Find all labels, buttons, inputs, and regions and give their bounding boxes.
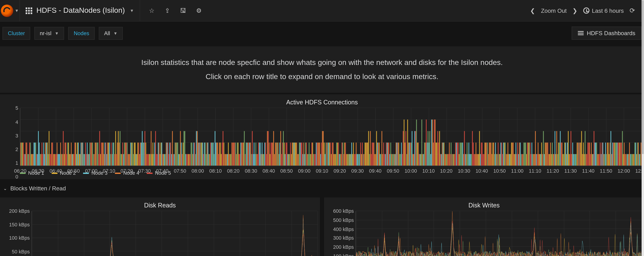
svg-rect-635: [584, 154, 585, 166]
svg-rect-51: [66, 143, 66, 166]
svg-rect-673: [618, 143, 618, 166]
svg-rect-598: [551, 154, 552, 166]
svg-rect-565: [522, 154, 522, 166]
svg-rect-558: [516, 143, 516, 166]
svg-rect-657: [604, 154, 604, 166]
svg-rect-446: [416, 120, 417, 166]
save-icon[interactable]: 🖫: [180, 7, 186, 14]
svg-rect-454: [423, 154, 424, 166]
svg-rect-75: [87, 143, 88, 166]
svg-rect-84: [95, 143, 96, 166]
svg-rect-569: [525, 143, 526, 166]
zoom-out-button[interactable]: Zoom Out: [541, 7, 567, 14]
svg-rect-207: [204, 143, 205, 166]
svg-rect-389: [366, 143, 366, 166]
svg-rect-135: [140, 143, 141, 166]
chart-disk-reads[interactable]: 06:3007:0007:3008:0008:3009:0009:3010:00…: [2, 211, 317, 256]
svg-rect-298: [285, 154, 286, 166]
chart-active-connections[interactable]: 06:2006:3006:4006:5007:0007:1007:2007:30…: [2, 108, 642, 177]
svg-rect-384: [361, 154, 362, 166]
svg-rect-577: [532, 154, 533, 166]
dashboard-picker[interactable]: HDFS - DataNodes (Isilon) ▼: [20, 0, 140, 21]
svg-rect-695: [637, 143, 638, 166]
svg-rect-617: [568, 131, 569, 166]
svg-rect-244: [237, 143, 238, 166]
refresh-button[interactable]: ⟳: [630, 7, 635, 15]
svg-rect-571: [527, 143, 528, 166]
svg-rect-251: [243, 143, 244, 166]
svg-rect-413: [387, 143, 388, 166]
svg-rect-65: [78, 143, 79, 166]
share-icon[interactable]: ⇪: [164, 7, 171, 14]
svg-rect-507: [470, 154, 471, 166]
svg-rect-618: [569, 154, 570, 166]
svg-rect-506: [470, 154, 470, 166]
svg-rect-610: [562, 143, 562, 166]
svg-rect-25: [42, 154, 43, 166]
svg-rect-529: [490, 143, 490, 166]
gear-icon[interactable]: ⚙: [196, 7, 202, 14]
svg-rect-676: [620, 143, 621, 166]
svg-rect-411: [385, 154, 386, 166]
svg-rect-465: [433, 143, 434, 166]
var-nodes-label[interactable]: Nodes: [68, 27, 94, 39]
svg-rect-583: [538, 143, 538, 166]
svg-rect-139: [144, 143, 144, 166]
svg-rect-526: [487, 143, 488, 166]
svg-rect-151: [154, 143, 155, 166]
scrollbar[interactable]: [642, 0, 644, 256]
svg-rect-658: [604, 154, 605, 166]
svg-rect-689: [632, 154, 633, 166]
svg-rect-697: [639, 154, 640, 166]
star-icon[interactable]: ☆: [148, 7, 155, 14]
time-range-picker[interactable]: Last 6 hours: [583, 7, 624, 14]
svg-rect-338: [320, 154, 321, 166]
svg-rect-476: [443, 143, 444, 166]
svg-rect-369: [348, 154, 349, 166]
var-nodes-select[interactable]: All ▼: [99, 27, 123, 39]
svg-rect-604: [556, 131, 557, 166]
svg-rect-237: [231, 154, 232, 166]
svg-rect-259: [250, 143, 251, 166]
svg-rect-134: [139, 154, 140, 166]
time-back-button[interactable]: ❮: [530, 7, 535, 14]
dashboard-grid-icon: [26, 7, 32, 14]
svg-rect-578: [533, 154, 534, 166]
svg-rect-13: [32, 154, 33, 166]
svg-rect-560: [517, 143, 518, 166]
svg-rect-510: [473, 143, 474, 166]
svg-rect-573: [529, 143, 530, 166]
svg-rect-59: [72, 154, 74, 166]
svg-rect-675: [620, 143, 620, 166]
svg-rect-7: [26, 143, 27, 166]
svg-rect-579: [534, 154, 535, 166]
svg-rect-43: [58, 154, 59, 166]
svg-rect-190: [189, 154, 190, 166]
svg-rect-426: [398, 143, 399, 166]
logo-menu[interactable]: ▼: [0, 0, 20, 21]
svg-rect-49: [64, 154, 65, 166]
time-forward-button[interactable]: ❯: [572, 7, 578, 14]
svg-rect-353: [334, 154, 334, 166]
svg-rect-534: [494, 154, 495, 166]
svg-rect-637: [586, 154, 586, 166]
row-toggle-blocks[interactable]: ⌄ Blocks Written / Read: [0, 181, 644, 196]
svg-rect-589: [543, 131, 544, 166]
svg-rect-581: [536, 154, 537, 166]
svg-rect-339: [321, 143, 322, 166]
svg-rect-303: [289, 154, 290, 166]
svg-rect-301: [288, 154, 288, 166]
panel-title: Disk Reads: [2, 200, 317, 211]
svg-rect-642: [590, 154, 591, 166]
svg-rect-692: [634, 143, 635, 166]
svg-rect-403: [378, 143, 379, 166]
svg-rect-305: [291, 154, 292, 166]
var-cluster-select[interactable]: nr-isl ▼: [34, 27, 64, 39]
svg-rect-323: [307, 154, 308, 166]
var-cluster-label[interactable]: Cluster: [2, 27, 30, 39]
svg-rect-399: [374, 154, 375, 166]
svg-rect-480: [446, 154, 447, 166]
chart-disk-writes[interactable]: 06:3007:0007:3008:0008:3009:0009:3010:00…: [326, 211, 642, 256]
svg-rect-238: [232, 143, 232, 166]
dashboards-menu-button[interactable]: HDFS Dashboards: [572, 27, 642, 40]
